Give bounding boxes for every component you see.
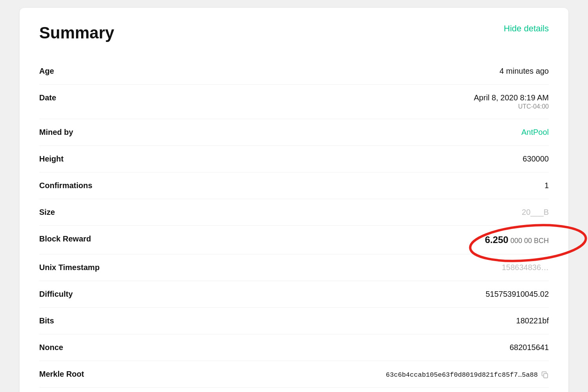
mined-by-link[interactable]: AntPool <box>521 128 549 136</box>
date-sub: UTC-04:00 <box>141 103 549 110</box>
row-value: 158634836… <box>141 254 549 281</box>
row-label: Size <box>39 199 141 226</box>
summary-table: Age4 minutes agoDateApril 8, 2020 8:19 A… <box>39 58 549 392</box>
hash-value: 63c6b4ccab105e63f0d8019d821fc85f7…5a88 <box>386 371 538 379</box>
row-value[interactable]: AntPool <box>141 119 549 146</box>
row-label: Bits <box>39 308 141 334</box>
row-value: 4 minutes ago <box>141 58 549 85</box>
hide-details-link[interactable]: Hide details <box>504 24 549 34</box>
row-label: Difficulty <box>39 281 141 308</box>
row-label: Confirmations <box>39 172 141 199</box>
card-header: Summary Hide details <box>39 24 549 42</box>
table-row: Chainwork0000000000000000000000000000000… <box>39 388 549 392</box>
table-row: Bits180221bf <box>39 308 549 334</box>
row-label: Date <box>39 85 141 119</box>
row-value: April 8, 2020 8:19 AMUTC-04:00 <box>141 85 549 119</box>
row-label: Height <box>39 146 141 172</box>
row-value: 6.250 000 00 BCH <box>141 226 549 254</box>
block-reward-frac: 000 00 BCH <box>508 237 549 245</box>
copy-icon[interactable] <box>541 371 549 379</box>
page-title: Summary <box>39 24 114 42</box>
summary-card: Summary Hide details Age4 minutes agoDat… <box>20 8 568 392</box>
table-row: Unix Timestamp158634836… <box>39 254 549 281</box>
block-reward-container: 6.250 000 00 BCH <box>485 234 549 245</box>
row-value: 515753910045.02 <box>141 281 549 308</box>
table-row: Difficulty515753910045.02 <box>39 281 549 308</box>
row-value: 630000 <box>141 146 549 172</box>
date-main: April 8, 2020 8:19 AM <box>141 93 549 102</box>
table-row: Merkle Root63c6b4ccab105e63f0d8019d821fc… <box>39 361 549 388</box>
row-label: Age <box>39 58 141 85</box>
row-label: Merkle Root <box>39 361 141 388</box>
table-row: Age4 minutes ago <box>39 58 549 85</box>
row-label: Mined by <box>39 119 141 146</box>
row-value[interactable]: 63c6b4ccab105e63f0d8019d821fc85f7…5a88 <box>141 361 549 388</box>
table-row: DateApril 8, 2020 8:19 AMUTC-04:00 <box>39 85 549 119</box>
row-label: Block Reward <box>39 226 141 254</box>
row-value: 180221bf <box>141 308 549 334</box>
table-row: Mined byAntPool <box>39 119 549 146</box>
table-row: Confirmations1 <box>39 172 549 199</box>
table-row: Nonce682015641 <box>39 334 549 361</box>
row-value[interactable]: 00000000000000000000000000000000…720f <box>141 388 549 392</box>
block-reward-main: 6.250 <box>485 234 508 245</box>
svg-rect-1 <box>544 374 548 378</box>
row-value: 20___B <box>141 199 549 226</box>
table-row: Size20___B <box>39 199 549 226</box>
row-label: Chainwork <box>39 388 141 392</box>
row-value: 682015641 <box>141 334 549 361</box>
row-value: 1 <box>141 172 549 199</box>
row-label: Unix Timestamp <box>39 254 141 281</box>
row-label: Nonce <box>39 334 141 361</box>
table-row: Block Reward6.250 000 00 BCH <box>39 226 549 254</box>
table-row: Height630000 <box>39 146 549 172</box>
